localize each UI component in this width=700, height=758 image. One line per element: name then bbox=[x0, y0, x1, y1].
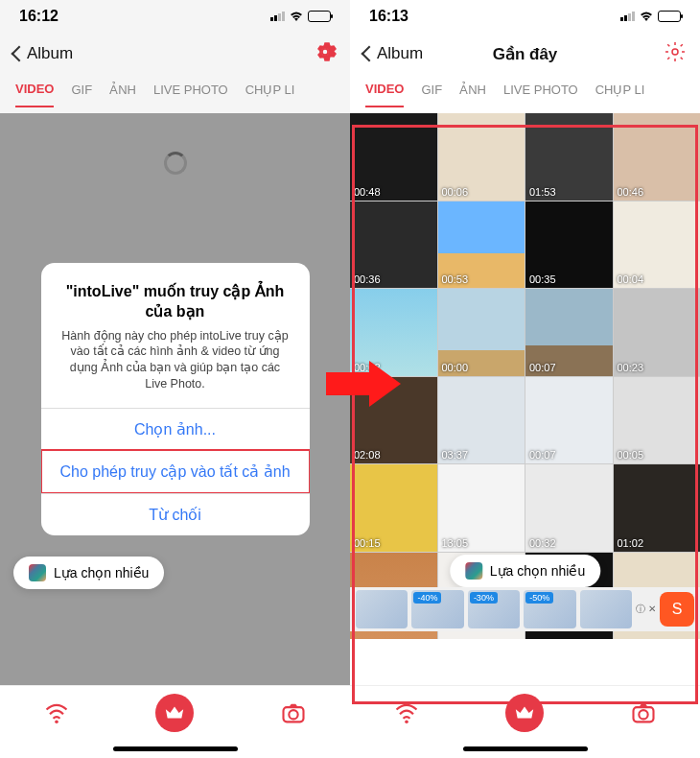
duration-label: 03:37 bbox=[442, 449, 469, 461]
home-indicator[interactable] bbox=[350, 739, 700, 758]
category-tabs: VIDEO GIF ẢNH LIVE PHOTO CHỤP LI bbox=[350, 75, 700, 113]
ad-banner[interactable]: -40% -30% -50% ⓘ ✕ S bbox=[350, 587, 700, 631]
tab-photo[interactable]: ẢNH bbox=[459, 83, 486, 107]
tab-video[interactable]: VIDEO bbox=[15, 82, 54, 107]
wifi-icon bbox=[639, 11, 654, 22]
duration-label: 00:53 bbox=[442, 273, 469, 285]
back-label: Album bbox=[377, 44, 423, 63]
gear-icon bbox=[664, 40, 687, 63]
ad-item[interactable] bbox=[580, 590, 632, 628]
tutorial-arrow bbox=[326, 355, 403, 413]
status-icons bbox=[270, 11, 331, 22]
svg-point-4 bbox=[672, 49, 678, 55]
status-bar: 16:12 bbox=[0, 0, 350, 33]
tab-livephoto[interactable]: LIVE PHOTO bbox=[503, 83, 578, 107]
duration-label: 00:35 bbox=[529, 273, 556, 285]
clock: 16:13 bbox=[369, 8, 408, 25]
duration-label: 00:46 bbox=[618, 186, 644, 198]
video-thumbnail[interactable]: 01:02 bbox=[614, 464, 701, 552]
clock: 16:12 bbox=[19, 8, 58, 25]
bottom-bar bbox=[0, 685, 350, 739]
tab-video[interactable]: VIDEO bbox=[365, 82, 404, 107]
svg-point-0 bbox=[322, 49, 328, 55]
wifi-nav-icon[interactable] bbox=[393, 699, 420, 726]
video-thumbnail[interactable]: 00:35 bbox=[525, 201, 613, 289]
camera-nav-icon[interactable] bbox=[280, 699, 307, 726]
duration-label: 00:07 bbox=[529, 362, 556, 373]
shopee-icon[interactable]: S bbox=[660, 592, 694, 627]
video-thumbnail[interactable]: 00:00 bbox=[438, 289, 525, 376]
video-thumbnail[interactable]: 13:05 bbox=[438, 464, 525, 552]
ad-info-icon[interactable]: ⓘ ✕ bbox=[636, 603, 656, 616]
category-tabs: VIDEO GIF ẢNH LIVE PHOTO CHỤP LI bbox=[0, 75, 350, 113]
page-title: Gần đây bbox=[493, 44, 558, 64]
ad-item[interactable] bbox=[356, 590, 408, 628]
permission-alert: "intoLive" muốn truy cập Ảnh của bạn Hàn… bbox=[41, 263, 310, 535]
multiselect-icon bbox=[465, 562, 482, 580]
duration-label: 00:07 bbox=[529, 449, 556, 461]
duration-label: 01:02 bbox=[618, 537, 644, 549]
signal-icon bbox=[270, 12, 285, 21]
back-label: Album bbox=[27, 44, 73, 63]
alert-select-button[interactable]: Chọn ảnh... bbox=[41, 408, 310, 450]
camera-nav-icon[interactable] bbox=[630, 699, 657, 726]
ad-item[interactable]: -30% bbox=[468, 590, 520, 628]
multiselect-button[interactable]: Lựa chọn nhiều bbox=[13, 557, 164, 589]
tab-photo[interactable]: ẢNH bbox=[109, 83, 136, 107]
video-thumbnail[interactable]: 00:07 bbox=[525, 377, 613, 464]
multiselect-icon bbox=[29, 564, 46, 581]
settings-button[interactable] bbox=[664, 40, 687, 67]
duration-label: 00:36 bbox=[354, 273, 381, 285]
tab-gif[interactable]: GIF bbox=[421, 83, 442, 107]
duration-label: 00:06 bbox=[442, 186, 469, 198]
alert-allow-button[interactable]: Cho phép truy cập vào tất cả ảnh bbox=[41, 449, 310, 494]
duration-label: 00:15 bbox=[354, 537, 381, 549]
video-thumbnail[interactable]: 00:36 bbox=[350, 201, 437, 289]
bottom-bar bbox=[350, 685, 700, 739]
nav-bar: Album bbox=[0, 33, 350, 75]
video-thumbnail[interactable]: 03:37 bbox=[438, 377, 525, 464]
tab-gif[interactable]: GIF bbox=[71, 83, 92, 107]
crown-icon bbox=[164, 702, 185, 723]
battery-icon bbox=[658, 11, 681, 22]
ad-item[interactable]: -50% bbox=[524, 590, 575, 628]
crown-button[interactable] bbox=[505, 694, 544, 732]
content-area: "intoLive" muốn truy cập Ảnh của bạn Hàn… bbox=[0, 113, 350, 685]
video-thumbnail[interactable]: 00:46 bbox=[614, 113, 701, 201]
video-thumbnail[interactable]: 00:48 bbox=[350, 113, 437, 201]
video-thumbnail[interactable]: 00:15 bbox=[350, 464, 437, 552]
back-button[interactable]: Album bbox=[13, 44, 73, 63]
svg-point-7 bbox=[639, 710, 647, 719]
crown-button[interactable] bbox=[155, 694, 194, 732]
tab-capture[interactable]: CHỤP LI bbox=[595, 83, 645, 107]
nav-bar: Album Gần đây bbox=[350, 33, 700, 75]
multiselect-button[interactable]: Lựa chọn nhiều bbox=[450, 555, 600, 587]
video-thumbnail[interactable]: 00:04 bbox=[614, 201, 701, 289]
video-thumbnail[interactable]: 00:23 bbox=[614, 289, 701, 376]
video-thumbnail[interactable]: 00:32 bbox=[525, 464, 613, 552]
alert-deny-button[interactable]: Từ chối bbox=[41, 493, 310, 535]
multiselect-label: Lựa chọn nhiều bbox=[490, 563, 585, 579]
status-bar: 16:13 bbox=[350, 0, 700, 33]
video-thumbnail[interactable]: 00:07 bbox=[525, 289, 613, 376]
multiselect-label: Lựa chọn nhiều bbox=[54, 565, 149, 580]
svg-point-1 bbox=[55, 720, 58, 723]
svg-point-5 bbox=[405, 720, 408, 723]
chevron-left-icon bbox=[12, 46, 28, 62]
duration-label: 01:53 bbox=[529, 186, 556, 198]
duration-label: 00:48 bbox=[354, 186, 381, 198]
duration-label: 00:00 bbox=[442, 362, 469, 373]
tab-capture[interactable]: CHỤP LI bbox=[245, 83, 295, 107]
video-thumbnail[interactable]: 00:06 bbox=[438, 113, 525, 201]
home-indicator[interactable] bbox=[0, 739, 350, 758]
ad-item[interactable]: -40% bbox=[411, 590, 463, 628]
tab-livephoto[interactable]: LIVE PHOTO bbox=[153, 83, 228, 107]
wifi-nav-icon[interactable] bbox=[43, 699, 70, 726]
settings-button[interactable] bbox=[314, 40, 337, 67]
crown-icon bbox=[514, 702, 535, 723]
video-thumbnail[interactable]: 01:53 bbox=[525, 113, 613, 201]
back-button[interactable]: Album bbox=[363, 44, 423, 63]
video-thumbnail[interactable]: 00:05 bbox=[614, 377, 701, 464]
duration-label: 00:04 bbox=[618, 273, 644, 285]
video-thumbnail[interactable]: 00:53 bbox=[438, 201, 525, 289]
